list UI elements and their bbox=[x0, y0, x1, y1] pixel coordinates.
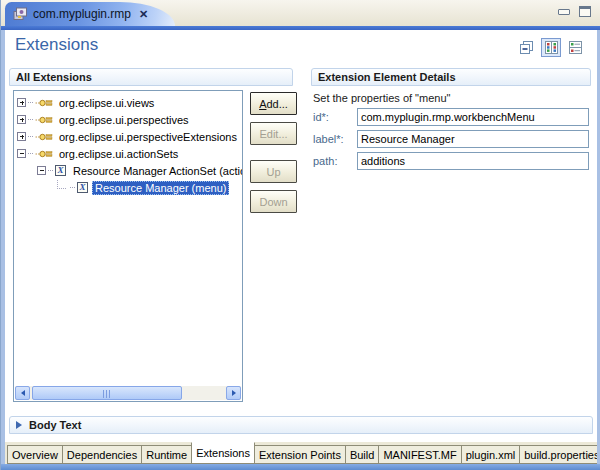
field-row: path: bbox=[313, 152, 589, 170]
extension-point-icon bbox=[35, 149, 53, 159]
tree-item-label: Resource Manager ActionSet (actionSet) bbox=[70, 164, 243, 178]
tree-item[interactable]: org.eclipse.ui.views bbox=[14, 94, 242, 111]
tree-dots bbox=[70, 187, 75, 188]
close-icon[interactable]: ✕ bbox=[139, 8, 148, 21]
expand-arrow-icon bbox=[16, 421, 22, 429]
tree-item-label: org.eclipse.ui.actionSets bbox=[56, 147, 181, 161]
body-text-section-header[interactable]: Body Text bbox=[9, 416, 593, 434]
extensions-tree-box: org.eclipse.ui.viewsorg.eclipse.ui.persp… bbox=[13, 90, 243, 402]
tree-dots bbox=[28, 119, 33, 120]
form-toolbar bbox=[517, 38, 585, 57]
page-title: Extensions bbox=[15, 35, 98, 55]
scrollbar-thumb[interactable] bbox=[32, 386, 182, 400]
mnemonic: A bbox=[259, 98, 266, 110]
page-tab-extension-points[interactable]: Extension Points bbox=[254, 445, 346, 464]
id-input[interactable] bbox=[357, 108, 589, 126]
path-label: path: bbox=[313, 155, 357, 167]
tree-item-label: org.eclipse.ui.perspectives bbox=[56, 113, 192, 127]
page-tab-dependencies[interactable]: Dependencies bbox=[62, 445, 142, 464]
property-fields: id*:label*:path: bbox=[313, 108, 589, 174]
tree-dots bbox=[48, 170, 53, 171]
expand-icon[interactable] bbox=[17, 115, 26, 124]
tree-item[interactable]: org.eclipse.ui.actionSets bbox=[14, 145, 242, 162]
add-button[interactable]: Add... bbox=[250, 92, 297, 115]
page-tab-extensions[interactable]: Extensions bbox=[191, 442, 255, 464]
tree-connector bbox=[57, 180, 66, 189]
down-button[interactable]: Down bbox=[250, 190, 297, 213]
page-tab-overview[interactable]: Overview bbox=[7, 445, 63, 464]
minimize-icon[interactable] bbox=[558, 9, 570, 15]
field-row: label*: bbox=[313, 130, 589, 148]
tree-buttons: Add...Edit...UpDown bbox=[250, 90, 297, 213]
element-icon bbox=[55, 165, 66, 176]
horizontal-scrollbar[interactable] bbox=[15, 386, 241, 400]
tree-dots bbox=[28, 153, 33, 154]
window-bottom-edge bbox=[1, 464, 600, 470]
horizontal-layout-icon[interactable] bbox=[541, 38, 561, 57]
maximize-icon[interactable] bbox=[579, 6, 591, 17]
page-tab-plugin-xml[interactable]: plugin.xml bbox=[461, 445, 521, 464]
id-label: id*: bbox=[313, 111, 357, 123]
extension-point-icon bbox=[35, 115, 53, 125]
section-description: Set the properties of "menu" bbox=[313, 92, 450, 104]
section-title: Extension Element Details bbox=[311, 68, 591, 86]
edit-button[interactable]: Edit... bbox=[250, 122, 297, 145]
expand-icon[interactable] bbox=[17, 98, 26, 107]
eclipse-plugin-editor: com.myplugin.rmp ✕ Extensions All Extens… bbox=[0, 0, 600, 470]
scroll-right-icon[interactable] bbox=[226, 386, 241, 400]
editor-tab-label: com.myplugin.rmp bbox=[33, 7, 131, 21]
editor-tab-bar: com.myplugin.rmp ✕ bbox=[1, 0, 600, 26]
collapse-all-icon[interactable] bbox=[517, 38, 537, 57]
all-extensions-section: All Extensions org.eclipse.ui.viewsorg.e… bbox=[9, 68, 293, 86]
page-tab-build[interactable]: Build bbox=[345, 445, 379, 464]
page-tab-build-properties[interactable]: build.properties bbox=[519, 445, 597, 464]
label-input[interactable] bbox=[357, 130, 589, 148]
tree-item[interactable]: org.eclipse.ui.perspectiveExtensions bbox=[14, 128, 242, 145]
editor-tab[interactable]: com.myplugin.rmp ✕ bbox=[5, 2, 175, 26]
label-label: label*: bbox=[313, 133, 357, 145]
tree-item[interactable]: org.eclipse.ui.perspectives bbox=[14, 111, 242, 128]
tree-item-label: org.eclipse.ui.perspectiveExtensions bbox=[56, 130, 240, 144]
page-tab-manifest-mf[interactable]: MANIFEST.MF bbox=[378, 445, 461, 464]
tree-dots bbox=[28, 136, 33, 137]
extensions-tree[interactable]: org.eclipse.ui.viewsorg.eclipse.ui.persp… bbox=[14, 91, 242, 196]
page-tab-runtime[interactable]: Runtime bbox=[141, 445, 192, 464]
extension-point-icon bbox=[35, 98, 53, 108]
collapse-icon[interactable] bbox=[37, 166, 46, 175]
up-button[interactable]: Up bbox=[250, 160, 297, 183]
path-input[interactable] bbox=[357, 152, 589, 170]
tree-dots bbox=[28, 102, 33, 103]
body-text-title: Body Text bbox=[29, 419, 81, 431]
section-title: All Extensions bbox=[9, 68, 293, 86]
plugin-file-icon bbox=[13, 7, 28, 21]
field-row: id*: bbox=[313, 108, 589, 126]
element-details-section: Extension Element Details Set the proper… bbox=[311, 68, 591, 86]
scroll-left-icon[interactable] bbox=[15, 386, 30, 400]
form-page: Extensions All Extensions org.eclipse.ui… bbox=[1, 30, 600, 464]
tree-item-label: Resource Manager (menu) bbox=[92, 181, 229, 195]
tree-item[interactable]: Resource Manager (menu) bbox=[14, 179, 242, 196]
extension-point-icon bbox=[35, 132, 53, 142]
collapse-icon[interactable] bbox=[17, 149, 26, 158]
scrollbar-track[interactable] bbox=[30, 386, 226, 400]
tree-item[interactable]: Resource Manager ActionSet (actionSet) bbox=[14, 162, 242, 179]
page-tab-bar: OverviewDependenciesRuntimeExtensionsExt… bbox=[5, 442, 597, 464]
vertical-layout-icon[interactable] bbox=[565, 38, 585, 57]
view-controls bbox=[558, 6, 591, 17]
expand-icon[interactable] bbox=[17, 132, 26, 141]
tree-item-label: org.eclipse.ui.views bbox=[56, 96, 157, 110]
element-icon bbox=[77, 182, 88, 193]
